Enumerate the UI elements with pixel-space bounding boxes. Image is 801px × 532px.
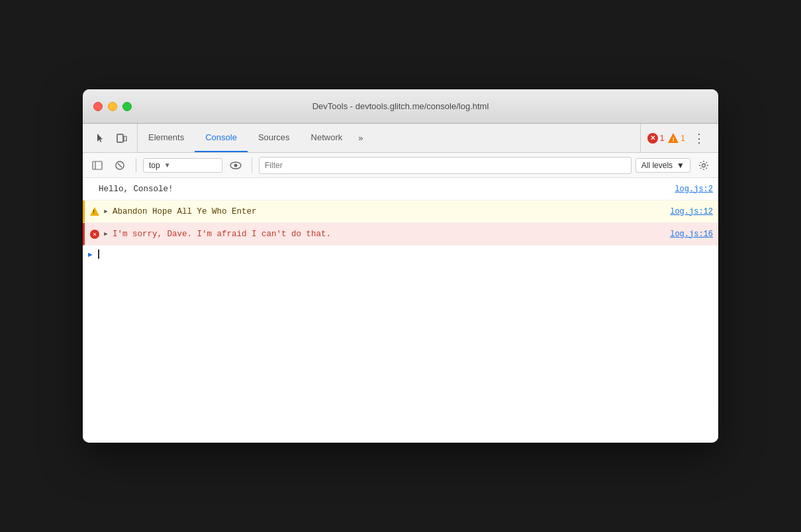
svg-rect-2: [93, 161, 102, 169]
context-arrow-icon: ▼: [164, 161, 171, 169]
divider: [136, 158, 136, 173]
input-cursor: [98, 249, 99, 259]
svg-rect-0: [117, 134, 123, 142]
maximize-button[interactable]: [122, 102, 132, 111]
log-source-info[interactable]: log.js:2: [675, 185, 713, 194]
cursor-tool-button[interactable]: [91, 128, 111, 148]
title-bar: DevTools - devtools.glitch.me/console/lo…: [83, 89, 718, 124]
minimize-button[interactable]: [108, 102, 117, 111]
console-settings-button[interactable]: [694, 156, 713, 175]
tab-elements[interactable]: Elements: [138, 124, 195, 152]
main-toolbar: Elements Console Sources Network » ✕ 1: [83, 124, 718, 153]
live-expression-button[interactable]: [226, 156, 245, 175]
traffic-lights: [93, 102, 132, 111]
log-message-warn: Abandon Hope All Ye Who Enter: [113, 207, 670, 216]
tab-console[interactable]: Console: [195, 124, 248, 152]
log-source-warn[interactable]: log.js:12: [670, 207, 713, 216]
error-badge: ✕ 1: [647, 133, 665, 144]
main-tabs: Elements Console Sources Network »: [138, 124, 640, 152]
warn-icon-area: !: [90, 207, 99, 216]
tab-sources[interactable]: Sources: [248, 124, 301, 152]
svg-point-8: [702, 163, 706, 167]
log-source-error[interactable]: log.js:16: [670, 230, 713, 239]
device-toggle-button[interactable]: [112, 128, 132, 148]
log-message-error: I'm sorry, Dave. I'm afraid I can't do t…: [113, 230, 670, 239]
eye-icon: [230, 161, 242, 169]
log-entry-warn: ! ▶ Abandon Hope All Ye Who Enter log.js…: [83, 200, 718, 223]
close-button[interactable]: [93, 102, 103, 111]
warning-triangle-icon: !: [668, 133, 679, 143]
devtools-window: DevTools - devtools.glitch.me/console/lo…: [83, 89, 718, 443]
divider-2: [252, 158, 252, 173]
warning-badge: ! 1: [668, 133, 685, 143]
levels-arrow-icon: ▼: [677, 161, 684, 170]
context-selector[interactable]: top ▼: [143, 158, 222, 173]
input-arrow-icon: ▶: [88, 250, 93, 259]
sidebar-toggle-button[interactable]: [88, 156, 107, 175]
more-tabs-button[interactable]: »: [353, 124, 368, 152]
sidebar-icon: [92, 160, 103, 171]
toolbar-right: ✕ 1 ! 1 ⋮: [640, 124, 716, 152]
settings-icon: [698, 160, 709, 171]
svg-line-5: [118, 163, 122, 167]
expand-warn-button[interactable]: ▶: [102, 208, 110, 216]
more-options-button[interactable]: ⋮: [689, 128, 709, 148]
log-entry-info: ▶ Hello, Console! log.js:2: [83, 178, 718, 200]
console-toolbar: top ▼ All levels ▼: [83, 153, 718, 178]
error-icon: ✕: [90, 230, 99, 239]
svg-rect-1: [124, 136, 126, 141]
clear-console-button[interactable]: [111, 156, 129, 175]
window-title: DevTools - devtools.glitch.me/console/lo…: [312, 101, 489, 111]
clear-icon: [115, 160, 125, 171]
tab-network[interactable]: Network: [301, 124, 353, 152]
cursor-icon: [95, 133, 106, 144]
expand-error-button[interactable]: ▶: [102, 230, 110, 238]
toolbar-left-buttons: [85, 124, 138, 152]
console-input-line[interactable]: ▶: [83, 245, 718, 263]
levels-selector[interactable]: All levels ▼: [636, 158, 690, 173]
console-output: ▶ Hello, Console! log.js:2 ! ▶ Abandon H…: [83, 178, 718, 443]
error-circle-icon: ✕: [647, 133, 658, 144]
device-icon: [117, 133, 127, 144]
log-message-info: Hello, Console!: [99, 185, 675, 194]
svg-point-7: [234, 163, 238, 167]
log-entry-error: ✕ ▶ I'm sorry, Dave. I'm afraid I can't …: [83, 223, 718, 245]
filter-input[interactable]: [259, 157, 632, 174]
